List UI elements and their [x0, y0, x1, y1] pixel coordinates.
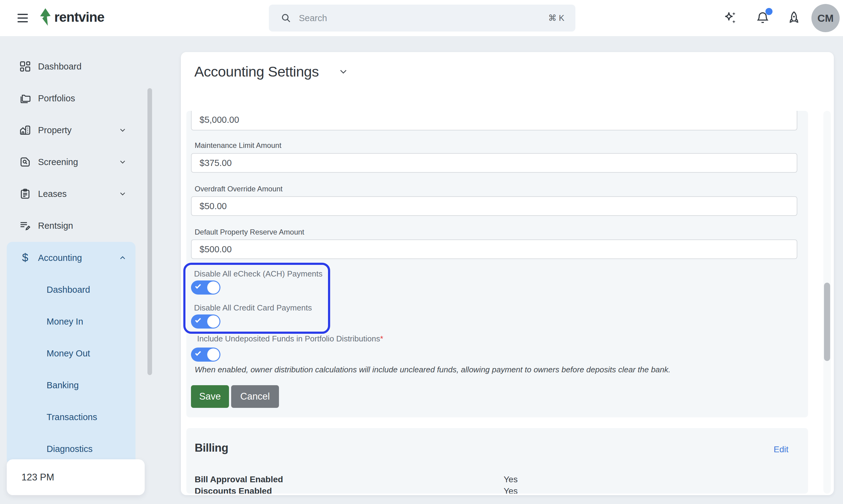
chevron-down-icon: [118, 158, 127, 166]
overdraft-override-label: Overdraft Override Amount: [195, 183, 282, 195]
rentsign-icon: [19, 219, 31, 232]
company-name-card[interactable]: 123 PM: [7, 459, 145, 495]
sidebar-item-label: Screening: [38, 157, 78, 167]
highlight-annotation: Disable All eCheck (ACH) Payments Disabl…: [183, 263, 330, 334]
sidebar-item-rentsign[interactable]: Rentsign: [0, 210, 155, 241]
brand-arrow-icon: [39, 8, 51, 26]
clipped-amount-input[interactable]: [191, 111, 797, 130]
sidebar-item-property[interactable]: Property: [0, 114, 155, 146]
sidebar-item-dashboard[interactable]: Dashboard: [0, 51, 155, 83]
sidebar-item-label: Dashboard: [38, 61, 82, 72]
sidebar-item-label: Rentsign: [38, 221, 73, 231]
disable-creditcard-toggle[interactable]: [191, 314, 220, 328]
chevron-down-icon: [118, 190, 127, 198]
include-undeposited-label: Include Undeposited Funds in Portfolio D…: [197, 334, 383, 344]
brand-logo[interactable]: rentvine: [39, 8, 104, 26]
disable-echeck-label: Disable All eCheck (ACH) Payments: [194, 269, 323, 279]
toggle-knob: [207, 316, 220, 328]
maintenance-limit-label: Maintenance Limit Amount: [195, 140, 281, 151]
notification-badge-dot: [765, 8, 773, 15]
sidebar-scrollbar[interactable]: [148, 88, 152, 375]
toggle-knob: [207, 282, 220, 294]
sidebar-item-screening[interactable]: Screening: [0, 146, 155, 178]
brand-name: rentvine: [54, 10, 104, 25]
accounting-settings-card: Accounting Settings Maintenance Limit Am…: [181, 52, 834, 495]
rocket-icon[interactable]: [786, 10, 802, 26]
include-undeposited-toggle[interactable]: [191, 347, 220, 362]
disable-creditcard-label: Disable All Credit Card Payments: [194, 303, 312, 313]
default-reserve-label: Default Property Reserve Amount: [195, 227, 305, 238]
accounting-dollar-icon: $: [19, 251, 31, 264]
discounts-enabled-label: Discounts Enabled: [195, 486, 272, 493]
sidebar-item-label: Leases: [38, 189, 67, 199]
discounts-enabled-value: Yes: [504, 486, 518, 493]
billing-panel: Billing Edit Bill Approval Enabled Yes D…: [186, 428, 808, 493]
sidebar-item-label: Property: [38, 125, 72, 135]
sidebar-item-accounting-dashboard[interactable]: Dashboard: [7, 274, 136, 306]
property-icon: [19, 124, 31, 136]
search-input[interactable]: [299, 13, 548, 23]
bill-approval-label: Bill Approval Enabled: [195, 474, 283, 485]
toggle-knob: [207, 348, 220, 361]
dashboard-icon: [19, 60, 31, 73]
bill-approval-value: Yes: [504, 474, 518, 485]
chevron-up-icon: [118, 254, 127, 262]
page-title-row: Accounting Settings: [194, 63, 349, 80]
required-asterisk: *: [380, 334, 383, 343]
check-icon: [195, 317, 201, 323]
billing-title: Billing: [195, 442, 228, 454]
sidebar-item-money-out[interactable]: Money Out: [7, 338, 136, 369]
sidebar-item-money-in[interactable]: Money In: [7, 306, 136, 338]
leases-icon: [19, 188, 31, 200]
portfolios-icon: [19, 92, 31, 104]
screening-icon: [19, 156, 31, 168]
check-icon: [195, 283, 201, 289]
maintenance-limit-input[interactable]: [191, 153, 797, 173]
sidebar-group-accounting: $ Accounting Dashboard Money In Money Ou…: [7, 242, 136, 465]
chevron-down-icon: [118, 126, 127, 134]
overdraft-override-input[interactable]: [191, 196, 797, 216]
hamburger-menu-icon[interactable]: [17, 14, 28, 22]
search-bar[interactable]: ⌘ K: [269, 5, 575, 32]
undeposited-funds-note: When enabled, owner distribution calcula…: [195, 364, 746, 375]
sidebar-item-accounting[interactable]: $ Accounting: [7, 242, 136, 274]
sparkles-ai-icon[interactable]: [722, 10, 738, 26]
sidebar-item-label: Portfolios: [38, 93, 75, 104]
search-shortcut: ⌘ K: [548, 13, 564, 23]
save-button[interactable]: Save: [191, 385, 229, 408]
sidebar-nav: Dashboard Portfolios Property Screening: [0, 36, 155, 504]
sidebar-item-portfolios[interactable]: Portfolios: [0, 83, 155, 114]
top-bar: rentvine ⌘ K CM: [0, 0, 843, 36]
user-avatar[interactable]: CM: [811, 4, 840, 32]
sidebar-item-transactions[interactable]: Transactions: [7, 401, 136, 433]
main-scrollbar-thumb[interactable]: [824, 283, 830, 361]
check-icon: [195, 350, 201, 356]
company-name-text: 123 PM: [21, 472, 54, 483]
sidebar-item-label: Accounting: [38, 253, 82, 263]
disable-echeck-toggle[interactable]: [191, 281, 220, 294]
avatar-initials: CM: [818, 12, 834, 24]
default-reserve-input[interactable]: [191, 239, 797, 259]
page-title: Accounting Settings: [194, 63, 319, 80]
sidebar-item-banking[interactable]: Banking: [7, 369, 136, 401]
sidebar-item-leases[interactable]: Leases: [0, 178, 155, 210]
title-chevron-down-icon[interactable]: [338, 66, 349, 77]
cancel-button[interactable]: Cancel: [231, 385, 279, 408]
billing-edit-link[interactable]: Edit: [774, 445, 788, 454]
search-icon: [280, 12, 292, 24]
